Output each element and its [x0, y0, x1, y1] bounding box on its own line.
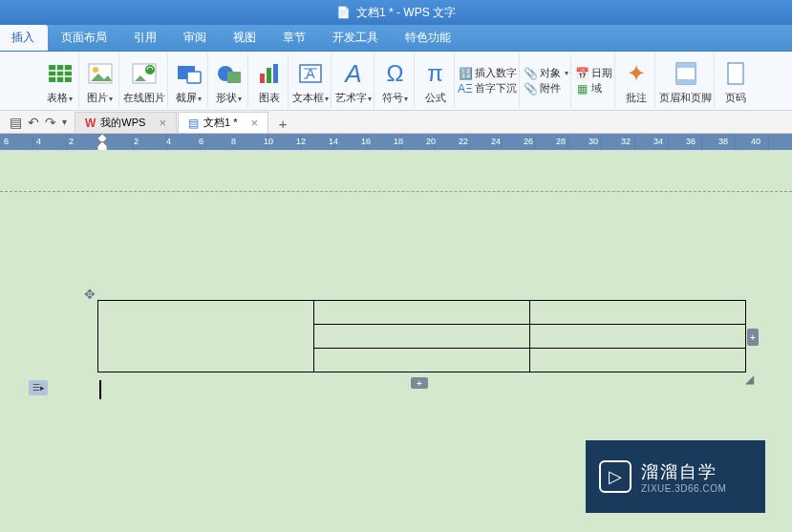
- screenshot-icon: [173, 57, 205, 90]
- table-add-row-button[interactable]: +: [411, 377, 428, 389]
- ribbon-small-group-2: 📎对象▾ 📎附件: [522, 53, 571, 108]
- tab-section[interactable]: 章节: [269, 25, 319, 51]
- svg-rect-12: [187, 72, 201, 83]
- indent-marker-bottom[interactable]: [97, 141, 107, 151]
- document-tabs: ▤ ↶ ↷ ▾ W 我的WPS × ▤ 文档1 * × +: [0, 111, 792, 134]
- table-cell[interactable]: [530, 301, 746, 325]
- svg-text:A: A: [306, 66, 315, 81]
- ribbon-item-header-footer[interactable]: 页眉和页脚: [657, 53, 715, 108]
- ribbon-object[interactable]: 📎对象▾: [524, 66, 568, 80]
- section-control-button[interactable]: ☰▸: [29, 380, 48, 395]
- svg-text:A: A: [343, 61, 361, 86]
- table-icon: [44, 57, 76, 90]
- title-bar: 📄 文档1 * - WPS 文字: [0, 0, 792, 25]
- app-icon: 📄: [336, 6, 351, 19]
- shapes-icon: [213, 57, 246, 90]
- ribbon-item-pagenum[interactable]: 页码: [717, 53, 755, 108]
- ribbon-item-shapes[interactable]: 形状▾: [210, 53, 248, 108]
- ribbon-item-chart[interactable]: 图表: [250, 53, 289, 108]
- svg-rect-16: [267, 68, 271, 83]
- svg-marker-28: [97, 141, 107, 151]
- ribbon-item-online-image[interactable]: 在线图片: [121, 53, 168, 108]
- attachment-icon: 📎: [524, 82, 537, 96]
- tab-insert[interactable]: 插入: [0, 25, 48, 51]
- new-tab-button[interactable]: +: [273, 114, 292, 133]
- ribbon-small-group-3: 📅日期 ▦域: [573, 53, 615, 108]
- svg-rect-24: [676, 63, 696, 68]
- table-cell[interactable]: [314, 349, 530, 372]
- document-table[interactable]: [97, 300, 746, 372]
- watermark-main-text: 溜溜自学: [641, 460, 726, 483]
- ribbon-item-table[interactable]: 表格▾: [41, 53, 79, 108]
- tab-review[interactable]: 审阅: [170, 25, 220, 51]
- doc-icon: ▤: [188, 117, 199, 130]
- pagenum-icon: [719, 57, 752, 90]
- ribbon-dropcap[interactable]: AΞ首字下沉: [459, 81, 517, 96]
- online-image-icon: [128, 57, 161, 90]
- tab-special[interactable]: 特色功能: [392, 25, 464, 51]
- ribbon-item-cover[interactable]: [1, 53, 39, 108]
- comment-icon: ✦: [620, 57, 653, 90]
- table-move-handle[interactable]: ✥: [84, 287, 97, 300]
- table-row[interactable]: [98, 301, 746, 325]
- ribbon-insert-number[interactable]: 🔢插入数字: [459, 66, 517, 80]
- ribbon-field[interactable]: ▦域: [575, 81, 612, 96]
- page-content: [97, 300, 746, 372]
- ribbon: 表格▾ 图片▾ 在线图片 截屏▾ 形状▾ 图表 A 文本框▾: [0, 52, 792, 111]
- field-icon: ▦: [575, 82, 589, 96]
- doc-tab-mywps[interactable]: W 我的WPS ×: [75, 112, 177, 133]
- svg-rect-17: [273, 64, 278, 83]
- ribbon-item-formula[interactable]: π 公式: [417, 53, 455, 108]
- ribbon-small-group-1: 🔢插入数字 AΞ首字下沉: [457, 53, 520, 108]
- tab-page-layout[interactable]: 页面布局: [48, 25, 120, 51]
- text-cursor: [99, 380, 101, 399]
- blank-icon: [5, 65, 37, 97]
- doc-tab-label: 文档1 *: [203, 116, 237, 130]
- document-area[interactable]: ☰▸ ✥ ◢ + + ▷ 溜溜自学 ZIXUE.3D66.COM: [0, 151, 792, 532]
- undo-icon[interactable]: ↶: [28, 115, 39, 130]
- window-title: 文档1 * - WPS 文字: [356, 5, 456, 21]
- table-cell-merged[interactable]: [98, 301, 314, 372]
- ribbon-item-screenshot[interactable]: 截屏▾: [170, 53, 208, 108]
- dropcap-icon: AΞ: [459, 82, 472, 96]
- ribbon-item-symbol[interactable]: Ω 符号▾: [376, 53, 415, 108]
- menu-bar: 插入 页面布局 引用 审阅 视图 章节 开发工具 特色功能: [0, 25, 792, 52]
- omega-icon: Ω: [379, 57, 412, 90]
- image-icon: [84, 57, 117, 90]
- tab-references[interactable]: 引用: [120, 25, 170, 51]
- svg-point-6: [93, 67, 98, 73]
- table-cell[interactable]: [314, 301, 530, 325]
- tab-developer[interactable]: 开发工具: [319, 25, 392, 51]
- pi-icon: π: [419, 57, 452, 90]
- table-cell[interactable]: [530, 325, 746, 349]
- ruler-area: 6 4 2 2 4 6 8 10 12 14 16 18 20 22 24 26…: [0, 134, 792, 151]
- doc-tab-document1[interactable]: ▤ 文档1 * ×: [178, 112, 268, 133]
- ribbon-item-wordart[interactable]: A 艺术字▾: [333, 53, 375, 108]
- watermark-sub-text: ZIXUE.3D66.COM: [641, 483, 726, 494]
- table-resize-handle[interactable]: ◢: [745, 372, 755, 382]
- ribbon-item-comment[interactable]: ✦ 批注: [617, 53, 655, 108]
- date-icon: 📅: [575, 67, 589, 80]
- close-icon[interactable]: ×: [159, 116, 166, 130]
- tab-view[interactable]: 视图: [220, 25, 269, 51]
- redo-icon[interactable]: ↷: [45, 115, 56, 130]
- ribbon-attachment[interactable]: 📎附件: [524, 81, 568, 96]
- ribbon-date[interactable]: 📅日期: [575, 66, 612, 80]
- svg-rect-14: [227, 72, 241, 83]
- textbox-icon: A: [294, 57, 327, 90]
- ribbon-item-image[interactable]: 图片▾: [81, 53, 119, 108]
- table-cell[interactable]: [530, 349, 746, 372]
- page-divider: [0, 191, 792, 192]
- qa-item-1[interactable]: ▤: [10, 115, 22, 130]
- close-icon[interactable]: ×: [250, 116, 258, 130]
- header-footer-icon: [670, 57, 702, 90]
- table-cell[interactable]: [314, 325, 530, 349]
- watermark-logo-icon: ▷: [599, 460, 631, 493]
- quick-access: ▤ ↶ ↷ ▾: [2, 111, 75, 133]
- horizontal-ruler[interactable]: 6 4 2 2 4 6 8 10 12 14 16 18 20 22 24 26…: [0, 134, 792, 151]
- table-add-column-button[interactable]: +: [747, 329, 759, 346]
- wps-logo-icon: W: [85, 117, 96, 130]
- svg-rect-26: [728, 63, 743, 84]
- ribbon-item-textbox[interactable]: A 文本框▾: [290, 53, 332, 108]
- qa-dropdown[interactable]: ▾: [62, 117, 67, 127]
